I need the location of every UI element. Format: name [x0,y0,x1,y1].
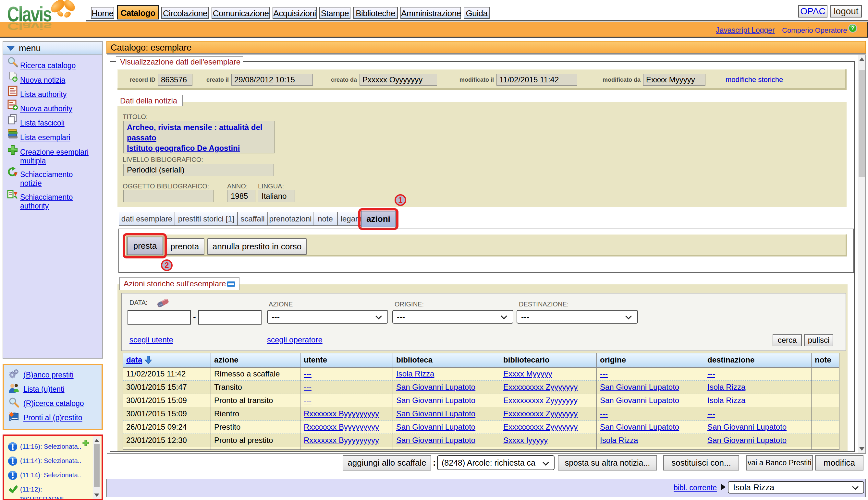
svg-text:Clavis: Clavis [7,20,52,32]
svg-text:?: ? [851,25,854,31]
